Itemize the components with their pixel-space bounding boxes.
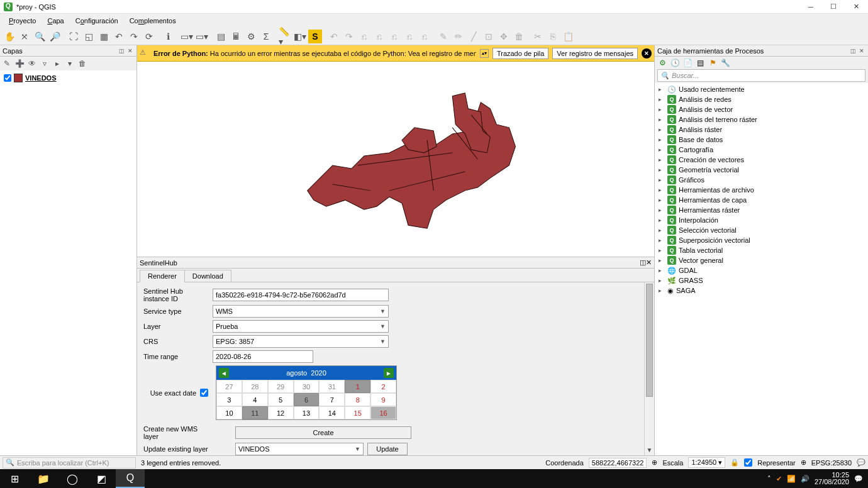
expand-icon[interactable]: ▸: [659, 96, 665, 103]
view-log-button[interactable]: Ver registro de mensajes: [552, 48, 638, 59]
zoom-next-icon[interactable]: ↷: [127, 30, 141, 43]
processing-icon[interactable]: ⚙: [244, 30, 258, 43]
cal-day[interactable]: 15: [345, 406, 370, 419]
stack-trace-button[interactable]: Trazado de pila: [492, 48, 548, 59]
s-icon[interactable]: S: [308, 30, 322, 43]
lock-icon[interactable]: 🔒: [730, 458, 739, 467]
expand-icon[interactable]: ▸: [659, 257, 665, 263]
cal-day[interactable]: 14: [319, 406, 345, 419]
start-button[interactable]: ⊞: [0, 469, 29, 488]
expand-icon[interactable]: ▸: [659, 227, 665, 233]
proc-item[interactable]: ▸QHerramientas ráster: [657, 205, 865, 215]
collapse-icon[interactable]: ▾: [64, 58, 75, 69]
expand-icon[interactable]: ▸: [52, 58, 63, 69]
scrollbar[interactable]: ▼: [644, 282, 654, 455]
expand-icon[interactable]: ▸: [659, 217, 665, 223]
crs-select[interactable]: EPSG: 3857▼: [213, 335, 389, 348]
expand-icon[interactable]: ▸: [659, 157, 665, 163]
dock-close-icon[interactable]: ✕: [646, 258, 652, 267]
expand-icon[interactable]: ▸: [659, 187, 665, 193]
cal-day[interactable]: 8: [345, 393, 370, 406]
expand-icon[interactable]: ▸: [659, 267, 665, 274]
refresh-icon[interactable]: ⟳: [142, 30, 156, 43]
scrollbar-thumb[interactable]: [646, 284, 653, 397]
cal-day[interactable]: 11: [242, 406, 268, 419]
deselect-icon[interactable]: ▭▾: [195, 30, 209, 43]
tab-download[interactable]: Download: [184, 270, 231, 282]
update-layer-select[interactable]: VINEDOS▼: [235, 443, 364, 455]
expand-icon[interactable]: ▸: [659, 207, 665, 213]
messages-icon[interactable]: 💬: [857, 458, 865, 467]
filter-icon[interactable]: ▿: [39, 58, 50, 69]
identify-icon[interactable]: ℹ: [161, 30, 175, 43]
app-icon[interactable]: ◩: [87, 469, 116, 488]
render-checkbox[interactable]: [744, 458, 752, 467]
locator-search[interactable]: 🔍 Escriba para localizar (Ctrl+K): [3, 457, 136, 469]
tray-sound-icon[interactable]: 🔊: [801, 475, 810, 483]
add-group-icon[interactable]: ➕: [14, 58, 25, 69]
expand-icon[interactable]: ▸: [659, 106, 665, 113]
expand-icon[interactable]: ▸: [659, 147, 665, 153]
proc-item[interactable]: ▸QCreación de vectores: [657, 155, 865, 165]
proc-item[interactable]: ▸QAnálisis ráster: [657, 125, 865, 135]
cal-day[interactable]: 30: [294, 380, 320, 393]
proc-item[interactable]: ▸QVector general: [657, 255, 865, 265]
proc-item[interactable]: ▸QGráficos: [657, 175, 865, 185]
cal-day[interactable]: 1: [345, 380, 370, 393]
expand-icon[interactable]: ▸: [659, 126, 665, 133]
select-icon[interactable]: ▭▾: [180, 30, 194, 43]
tray-icon[interactable]: ✔: [776, 475, 782, 483]
clock[interactable]: 10:25 27/08/2020: [815, 472, 849, 485]
cal-day[interactable]: 12: [268, 406, 294, 419]
dock-undock-icon[interactable]: ◫: [640, 258, 646, 267]
proc-item[interactable]: ▸QBase de datos: [657, 135, 865, 145]
explorer-icon[interactable]: 📁: [29, 469, 58, 488]
measure-icon[interactable]: 📏▾: [278, 30, 292, 43]
proc-model-icon[interactable]: ⚙: [657, 58, 667, 68]
zoom-in-icon[interactable]: 🔍: [33, 30, 47, 43]
visibility-icon[interactable]: 👁: [26, 58, 38, 69]
map-canvas[interactable]: [137, 62, 654, 257]
proc-item[interactable]: ▸QSuperposición vectorial: [657, 235, 865, 245]
proc-results-icon[interactable]: ▤: [695, 58, 705, 68]
error-close-icon[interactable]: ✕: [642, 48, 652, 58]
instance-id-input[interactable]: [213, 289, 389, 301]
proc-provider[interactable]: ▸🌐GDAL: [657, 265, 865, 275]
tray-chevron-icon[interactable]: ˄: [767, 475, 771, 483]
cal-month[interactable]: agosto: [286, 369, 307, 377]
cal-day[interactable]: 13: [294, 406, 320, 419]
cal-day[interactable]: 31: [319, 380, 345, 393]
cal-day[interactable]: 2: [370, 380, 396, 393]
cal-day[interactable]: 5: [268, 393, 294, 406]
attribute-table-icon[interactable]: ▤: [214, 30, 228, 43]
field-calc-icon[interactable]: 🖩: [229, 30, 243, 43]
zoom-selection-icon[interactable]: ◱: [82, 30, 96, 43]
expand-icon[interactable]: ▸: [659, 277, 665, 284]
pan-icon[interactable]: ✋: [3, 30, 16, 43]
proc-recent[interactable]: ▸ 🕓 Usado recientemente: [657, 84, 865, 94]
proc-item[interactable]: ▸QAnálisis del terreno ráster: [657, 114, 865, 125]
cal-day[interactable]: 10: [216, 406, 242, 419]
expand-icon[interactable]: ▸: [659, 197, 665, 203]
processing-tree[interactable]: ▸ 🕓 Usado recientemente ▸QAnálisis de re…: [655, 83, 868, 455]
expand-icon[interactable]: ▸: [659, 237, 665, 243]
service-type-select[interactable]: WMS▼: [213, 305, 389, 318]
cal-day[interactable]: 7: [319, 393, 345, 406]
menu-proyecto[interactable]: Proyecto: [4, 16, 41, 26]
tray-wifi-icon[interactable]: 📶: [787, 475, 796, 483]
notifications-icon[interactable]: 💬: [854, 475, 863, 483]
coord-value[interactable]: 588222,4667322: [589, 458, 647, 468]
minimize-button[interactable]: ─: [805, 3, 816, 11]
cal-day[interactable]: 3: [216, 393, 242, 406]
crs-icon[interactable]: ⊕: [801, 458, 806, 467]
extents-icon[interactable]: ⊕: [652, 458, 657, 467]
cal-next-icon[interactable]: ►: [384, 368, 394, 378]
panel-close-icon[interactable]: ✕: [126, 47, 134, 55]
spinner-icon[interactable]: ▴▾: [480, 49, 489, 58]
remove-icon[interactable]: 🗑: [77, 58, 88, 69]
chrome-icon[interactable]: ◯: [58, 469, 87, 488]
proc-wrench-icon[interactable]: 🔧: [720, 58, 730, 68]
proc-history-icon[interactable]: 🕓: [670, 58, 680, 68]
scale-value[interactable]: 1:24950 ▾: [688, 457, 725, 468]
maximize-button[interactable]: ☐: [828, 3, 839, 11]
